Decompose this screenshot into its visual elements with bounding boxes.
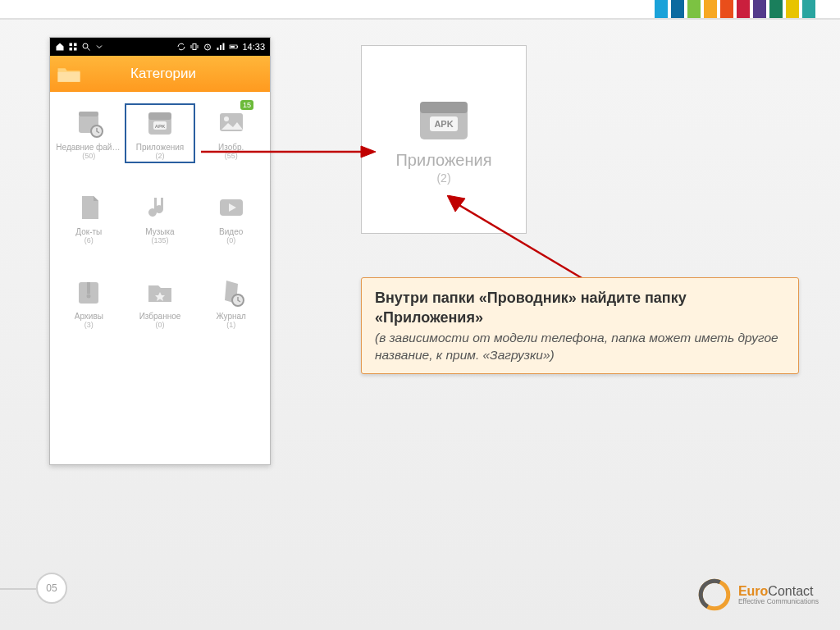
category-video[interactable]: Видео(0): [195, 188, 267, 248]
logo-icon: [697, 578, 732, 612]
svg-rect-6: [193, 44, 196, 50]
svg-rect-14: [79, 112, 98, 116]
category-archives[interactable]: Архивы(3): [53, 272, 125, 332]
recent-icon: [72, 107, 105, 139]
category-count: (6): [84, 236, 94, 244]
brand-euro: Euro: [738, 584, 768, 598]
svg-text:APK: APK: [155, 124, 166, 129]
svg-marker-36: [447, 195, 465, 212]
brand-logo: EuroContact Effective Communications: [697, 578, 819, 612]
signal-icon: [216, 42, 226, 52]
category-docs[interactable]: Док-ты(6): [53, 188, 125, 248]
app-header: Категории: [50, 56, 270, 92]
slide: 14:33 Категории Недавние файлы(50)APKПри…: [0, 0, 840, 630]
svg-rect-2: [70, 48, 73, 51]
svg-rect-12: [231, 46, 235, 48]
category-music[interactable]: Музыка(135): [125, 188, 196, 248]
category-favorites[interactable]: Избранное(0): [125, 272, 196, 332]
category-label: Приложения: [136, 143, 185, 152]
categories-grid: Недавние файлы(50)APKПриложения(2)15Изоб…: [50, 92, 270, 344]
search-icon: [81, 42, 91, 52]
alarm-icon: [203, 42, 212, 52]
docs-icon: [72, 191, 105, 224]
svg-point-4: [83, 43, 88, 48]
svg-point-21: [224, 116, 229, 121]
vibrate-icon: [189, 42, 199, 52]
page-number: 05: [36, 573, 67, 604]
svg-rect-25: [87, 282, 90, 294]
category-count: (0): [155, 321, 164, 329]
category-label: Архивы: [75, 312, 103, 321]
category-label: Избранное: [139, 312, 181, 321]
svg-marker-34: [361, 146, 376, 158]
home-icon: [55, 42, 65, 52]
svg-rect-30: [420, 102, 468, 113]
sync-icon: [176, 42, 186, 52]
svg-rect-11: [237, 46, 238, 48]
status-time: 14:33: [242, 42, 265, 52]
log-icon: [215, 276, 248, 308]
category-count: (50): [82, 152, 95, 160]
phone-screenshot: 14:33 Категории Недавние файлы(50)APKПри…: [49, 37, 271, 465]
arrow-to-detail: [197, 139, 377, 164]
callout-sub: (в зависимости от модели телефона, папка…: [375, 330, 785, 364]
category-count: (2): [155, 152, 164, 160]
svg-rect-17: [148, 112, 171, 120]
category-label: Журнал: [216, 312, 246, 321]
apk-box-icon: APK: [415, 95, 472, 143]
svg-rect-3: [74, 48, 77, 51]
svg-rect-0: [70, 43, 73, 47]
video-icon: [215, 191, 248, 224]
battery-icon: [229, 42, 239, 52]
category-count: (0): [226, 236, 235, 244]
svg-text:APK: APK: [434, 119, 453, 129]
favorites-icon: [144, 276, 176, 308]
music-icon: [144, 191, 176, 224]
category-count: (135): [151, 236, 168, 244]
grid-icon: [68, 42, 78, 52]
category-recent[interactable]: Недавние файлы(50): [53, 103, 125, 163]
detail-label: Приложения: [395, 151, 491, 170]
svg-point-26: [87, 294, 91, 299]
category-log[interactable]: Журнал(1): [195, 272, 267, 332]
brand-tagline: Effective Communications: [738, 597, 819, 605]
category-label: Док-ты: [75, 227, 102, 236]
instruction-callout: Внутри папки «Проводник» найдите папку «…: [361, 277, 799, 374]
apps-icon: APK: [144, 107, 176, 139]
category-label: Музыка: [145, 227, 174, 236]
top-accent-bar: [0, 0, 840, 20]
callout-main: Внутри папки «Проводник» найдите папку «…: [375, 288, 785, 328]
category-apps[interactable]: APKПриложения(2): [125, 103, 196, 163]
brand-contact: Contact: [768, 584, 813, 598]
badge: 15: [240, 100, 253, 110]
svg-rect-1: [74, 43, 77, 47]
images-icon: [215, 107, 248, 139]
category-label: Видео: [219, 227, 243, 236]
detail-count: (2): [436, 171, 450, 185]
category-label: Недавние файлы: [56, 143, 121, 152]
header-title: Категории: [57, 66, 270, 82]
category-count: (3): [84, 321, 94, 329]
svg-line-5: [88, 48, 90, 51]
svg-line-35: [454, 202, 591, 284]
chevron-down-icon: [94, 42, 104, 52]
page-line: [0, 588, 36, 590]
category-count: (1): [226, 321, 235, 329]
archives-icon: [72, 276, 105, 308]
phone-status-bar: 14:33: [50, 38, 270, 56]
